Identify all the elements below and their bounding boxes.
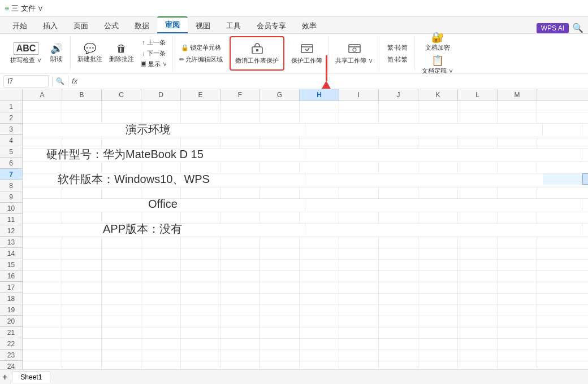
- cell-c8[interactable]: [102, 187, 141, 199]
- cell-k1[interactable]: [418, 101, 458, 112]
- cell-a8[interactable]: [23, 187, 62, 199]
- cell-a3[interactable]: 演示环境: [23, 124, 305, 135]
- tab-insert[interactable]: 插入: [35, 19, 66, 33]
- cell-d3[interactable]: [384, 124, 424, 135]
- tab-view[interactable]: 视图: [188, 19, 218, 33]
- cell-h9[interactable]: [543, 199, 582, 210]
- cell-m8[interactable]: [498, 187, 537, 199]
- cell-j10[interactable]: [379, 212, 418, 224]
- row-num-13[interactable]: 13: [0, 237, 22, 248]
- row-num-2[interactable]: 2: [0, 112, 22, 124]
- delete-comment-button[interactable]: 🗑 删除批注: [107, 42, 136, 64]
- sheet-tab-1[interactable]: Sheet1: [12, 371, 50, 383]
- col-header-l[interactable]: L: [458, 89, 498, 101]
- cell-l10[interactable]: [458, 212, 498, 224]
- cell-g3[interactable]: [503, 124, 543, 135]
- cell-l6[interactable]: [458, 162, 498, 173]
- cell-i6[interactable]: [339, 162, 379, 173]
- cell-i2[interactable]: [339, 112, 379, 124]
- cell-f10[interactable]: [220, 212, 260, 224]
- col-header-d[interactable]: D: [141, 89, 181, 101]
- cell-h10[interactable]: [300, 212, 339, 224]
- cell-h1[interactable]: [300, 101, 339, 112]
- row-num-18[interactable]: 18: [0, 293, 22, 304]
- cell-g4[interactable]: [260, 137, 300, 149]
- tab-review[interactable]: 审阅: [157, 16, 188, 33]
- cell-k4[interactable]: [418, 137, 458, 149]
- cell-f7[interactable]: [464, 173, 503, 185]
- cell-i10[interactable]: [339, 212, 379, 224]
- cell-j4[interactable]: [379, 137, 418, 149]
- cell-g7[interactable]: [503, 173, 543, 185]
- cell-m2[interactable]: [498, 112, 537, 124]
- allow-edit-button[interactable]: ✏ 允许编辑区域: [178, 54, 224, 65]
- cell-g6[interactable]: [260, 162, 300, 173]
- cell-f1[interactable]: [220, 101, 260, 112]
- row-num-4[interactable]: 4: [0, 135, 22, 146]
- tab-page[interactable]: 页面: [66, 19, 96, 33]
- cell-a9[interactable]: Office: [23, 199, 305, 210]
- cell-j8[interactable]: [379, 187, 418, 199]
- cell-h6[interactable]: [300, 162, 339, 173]
- formula-zoom[interactable]: 🔍: [56, 77, 64, 85]
- row-num-19[interactable]: 19: [0, 304, 22, 316]
- cell-k2[interactable]: [418, 112, 458, 124]
- row-num-20[interactable]: 20: [0, 316, 22, 327]
- col-header-b[interactable]: B: [62, 89, 102, 101]
- cell-a1[interactable]: [23, 101, 62, 112]
- cell-l8[interactable]: [458, 187, 498, 199]
- cell-g9[interactable]: [503, 199, 543, 210]
- cell-d1[interactable]: [141, 101, 181, 112]
- row-num-22[interactable]: 22: [0, 338, 22, 350]
- cell-i3[interactable]: [582, 124, 588, 135]
- finalize-button[interactable]: 📋 文档定稿 ∨: [420, 54, 456, 76]
- col-header-h[interactable]: H: [300, 89, 339, 101]
- row-num-15[interactable]: 15: [0, 259, 22, 270]
- cell-e11[interactable]: [424, 224, 464, 235]
- cell-e8[interactable]: [181, 187, 220, 199]
- read-aloud-button[interactable]: 🔊 朗读: [46, 42, 67, 64]
- cell-b1[interactable]: [62, 101, 102, 112]
- cell-j1[interactable]: [379, 101, 418, 112]
- row-num-21[interactable]: 21: [0, 327, 22, 338]
- cell-c11[interactable]: [345, 224, 384, 235]
- row-num-6[interactable]: 6: [0, 158, 22, 169]
- cell-e2[interactable]: [181, 112, 220, 124]
- spell-check-button[interactable]: ABC 拼写检查 ∨: [8, 41, 44, 66]
- cell-i1[interactable]: [339, 101, 379, 112]
- cell-g2[interactable]: [260, 112, 300, 124]
- trad-to-simp-button[interactable]: 繁·转简: [384, 42, 411, 53]
- cell-d5[interactable]: [384, 149, 424, 160]
- prev-comment-button[interactable]: ↑ 上一条: [139, 38, 169, 47]
- cell-h4[interactable]: [300, 137, 339, 149]
- cell-g5[interactable]: [503, 149, 543, 160]
- cell-f8[interactable]: [220, 187, 260, 199]
- row-num-5[interactable]: 5: [0, 146, 22, 158]
- cell-h11[interactable]: [543, 224, 582, 235]
- cell-d11[interactable]: [384, 224, 424, 235]
- cell-i5[interactable]: [582, 149, 588, 160]
- file-menu[interactable]: 三 文件 ∨: [11, 3, 44, 14]
- cell-j2[interactable]: [379, 112, 418, 124]
- tab-tools[interactable]: 工具: [218, 19, 249, 33]
- cell-d7[interactable]: [384, 173, 424, 185]
- cell-l2[interactable]: [458, 112, 498, 124]
- cell-b7[interactable]: [305, 173, 345, 185]
- cell-e5[interactable]: [424, 149, 464, 160]
- cell-m1[interactable]: [498, 101, 537, 112]
- cell-f2[interactable]: [220, 112, 260, 124]
- protect-workbook-button[interactable]: 保护工作簿: [289, 41, 325, 66]
- cell-b9[interactable]: [305, 199, 345, 210]
- cell-c3[interactable]: [345, 124, 384, 135]
- cell-g8[interactable]: [260, 187, 300, 199]
- col-header-c[interactable]: C: [102, 89, 141, 101]
- row-num-9[interactable]: 9: [0, 191, 22, 203]
- cell-h2[interactable]: [300, 112, 339, 124]
- next-comment-button[interactable]: ↓ 下一条: [139, 49, 169, 58]
- cell-a5[interactable]: 硬件型号：华为MateBook D 15: [23, 149, 305, 160]
- cell-l4[interactable]: [458, 137, 498, 149]
- cell-b5[interactable]: [305, 149, 345, 160]
- cell-d8[interactable]: [141, 187, 181, 199]
- cell-m6[interactable]: [498, 162, 537, 173]
- cell-h5[interactable]: [543, 149, 582, 160]
